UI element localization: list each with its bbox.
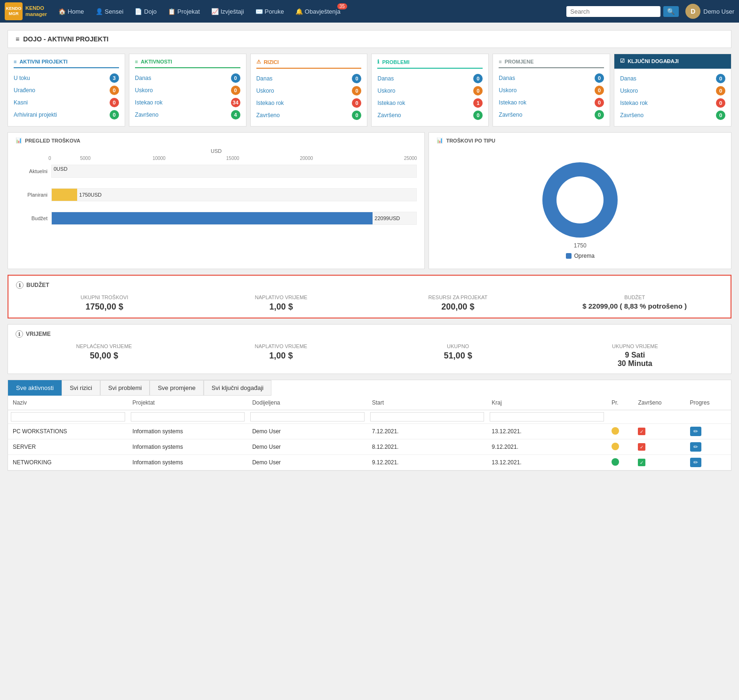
card-kljucni-header: ☑ KLJUČNI DOGAĐAJI — [614, 54, 731, 69]
metric-ukupno-vrijeme: UKUPNO VRIJEME 9 Sati30 Minuta — [547, 343, 723, 368]
ri-row-danas[interactable]: Danas 0 — [256, 72, 362, 85]
pr-row-zavrseno[interactable]: Završeno 0 — [377, 109, 483, 121]
izvjestaji-icon: 📈 — [211, 8, 219, 15]
brand[interactable]: KENDOMGR KENDOmanager — [5, 2, 47, 20]
kd-row-danas[interactable]: Danas 0 — [620, 72, 725, 85]
tab-svi-problemi[interactable]: Svi problemi — [100, 380, 150, 396]
row2-zavrseno-check: ✓ — [638, 443, 645, 451]
ri-row-istekao[interactable]: Istekao rok 0 — [256, 97, 362, 109]
ap-uradjeno-badge: 0 — [110, 86, 119, 95]
pm-row-danas[interactable]: Danas 0 — [499, 72, 604, 84]
pm-uskoro-link[interactable]: Uskoro — [499, 87, 517, 94]
metric-naplativo-vrijeme-b: NAPLATIVO VRIJEME 1,00 $ — [193, 294, 370, 312]
ap-uradjeno-link[interactable]: Urađeno — [14, 87, 35, 94]
ri-row-zavrseno[interactable]: Završeno 0 — [256, 109, 362, 121]
row3-edit-button[interactable]: ✏ — [690, 458, 701, 467]
ri-istekao-link[interactable]: Istekao rok — [256, 100, 284, 106]
nav-dojo[interactable]: 📄 Dojo — [130, 5, 161, 18]
filter-projekat[interactable] — [131, 412, 245, 422]
filter-start[interactable] — [370, 412, 485, 422]
pm-zavrseno-link[interactable]: Završeno — [499, 111, 522, 118]
pr-row-istekao[interactable]: Istekao rok 1 — [377, 97, 483, 109]
ak-row-uskoro[interactable]: Uskoro 0 — [135, 84, 240, 96]
row3-zavrseno-check: ✓ — [638, 459, 645, 466]
nav-izvjestaji[interactable]: 📈 Izvještaji — [207, 5, 249, 18]
nav-obavjestenja[interactable]: 🔔 Obavještenja 35 — [291, 5, 345, 18]
ap-kasni-link[interactable]: Kasni — [14, 99, 28, 106]
search-input[interactable] — [566, 6, 660, 17]
ap-arhivirani-link[interactable]: Arhivirani projekti — [14, 111, 57, 118]
pr-zavrseno-link[interactable]: Završeno — [377, 112, 401, 119]
nav-poruke[interactable]: ✉️ Poruke — [251, 5, 289, 18]
home-icon: 🏠 — [58, 8, 66, 15]
pm-danas-link[interactable]: Danas — [499, 75, 515, 81]
brand-name: KENDOmanager — [25, 5, 47, 17]
legend-dot-oprema — [566, 253, 572, 259]
kljucni-icon: ☑ — [620, 58, 625, 64]
ri-zavrseno-link[interactable]: Završeno — [256, 112, 280, 119]
tab-svi-rizici[interactable]: Svi rizici — [62, 380, 100, 396]
row2-naziv: SERVER — [8, 439, 128, 455]
ak-danas-link[interactable]: Danas — [135, 75, 151, 81]
metric-ukupni-troskovi: UKUPNI TROŠKOVI 1750,00 $ — [16, 294, 193, 312]
kd-row-istekao[interactable]: Istekao rok 0 — [620, 97, 725, 109]
pr-row-uskoro[interactable]: Uskoro 0 — [377, 85, 483, 97]
kd-row-zavrseno[interactable]: Završeno 0 — [620, 109, 725, 121]
nav-sensei[interactable]: 👤 Sensei — [91, 5, 128, 18]
donut-svg — [533, 153, 627, 247]
kd-danas-link[interactable]: Danas — [620, 75, 636, 82]
ri-uskoro-link[interactable]: Uskoro — [256, 88, 274, 94]
kd-uskoro-link[interactable]: Uskoro — [620, 88, 638, 94]
pregled-troskova-card: 📊 PREGLED TROŠKOVA USD 0 5000 10000 1500… — [8, 132, 425, 269]
pm-row-uskoro[interactable]: Uskoro 0 — [499, 84, 604, 96]
projekat-icon: 📋 — [168, 8, 175, 15]
metric-naplativo-v: NAPLATIVO VRIJEME 1,00 $ — [192, 343, 369, 368]
pr-istekao-link[interactable]: Istekao rok — [377, 100, 405, 106]
svg-point-1 — [556, 176, 604, 223]
pr-uskoro-link[interactable]: Uskoro — [377, 88, 395, 94]
ap-row-arhivirani[interactable]: Arhivirani projekti 0 — [14, 109, 119, 121]
filter-dodijeljena[interactable] — [250, 412, 365, 422]
promjene-icon: ≡ — [499, 59, 501, 64]
col-start: Start — [367, 396, 487, 410]
ak-istekao-link[interactable]: Istekao rok — [135, 99, 163, 106]
card-problemi-header: ℹ PROBLEMI — [377, 59, 483, 69]
row3-naziv: NETWORKING — [8, 455, 128, 470]
filter-naziv[interactable] — [11, 412, 125, 422]
row1-edit-button[interactable]: ✏ — [690, 427, 701, 436]
ri-danas-link[interactable]: Danas — [256, 75, 273, 82]
ak-uskoro-link[interactable]: Uskoro — [135, 87, 153, 94]
pm-istekao-link[interactable]: Istekao rok — [499, 99, 526, 106]
filter-kraj[interactable] — [490, 412, 604, 422]
ak-zavrseno-link[interactable]: Završeno — [135, 111, 159, 118]
kd-zavrseno-link[interactable]: Završeno — [620, 112, 644, 119]
ap-utoku-link[interactable]: U toku — [14, 75, 30, 81]
activities-table: Naziv Projektat Dodijeljena Start Kraj P… — [8, 396, 731, 470]
row2-edit-button[interactable]: ✏ — [690, 442, 701, 452]
donut-chart-icon: 📊 — [437, 137, 443, 143]
search-button[interactable]: 🔍 — [663, 6, 679, 17]
pm-row-istekao[interactable]: Istekao rok 0 — [499, 96, 604, 109]
pr-istekao-badge: 1 — [473, 98, 483, 108]
tab-sve-promjene[interactable]: Sve promjene — [150, 380, 203, 396]
row2-projekat: Information systems — [128, 439, 248, 455]
pr-danas-link[interactable]: Danas — [377, 75, 394, 82]
ak-row-zavrseno[interactable]: Završeno 4 — [135, 109, 240, 121]
tab-sve-aktivnosti[interactable]: Sve aktivnosti — [8, 380, 62, 396]
ap-row-kasni[interactable]: Kasni 0 — [14, 96, 119, 109]
ak-row-istekao[interactable]: Istekao rok 34 — [135, 96, 240, 109]
ap-utoku-badge: 3 — [110, 73, 119, 83]
ri-row-uskoro[interactable]: Uskoro 0 — [256, 85, 362, 97]
user-menu[interactable]: D Demo User — [685, 4, 734, 19]
card-problemi: ℹ PROBLEMI Danas 0 Uskoro 0 Istekao rok … — [371, 54, 489, 127]
pm-row-zavrseno[interactable]: Završeno 0 — [499, 109, 604, 121]
pr-row-danas[interactable]: Danas 0 — [377, 72, 483, 85]
nav-projekat[interactable]: 📋 Projekat — [163, 5, 205, 18]
ap-row-utoku[interactable]: U toku 3 — [14, 72, 119, 84]
ap-row-uradjeno[interactable]: Urađeno 0 — [14, 84, 119, 96]
kd-row-uskoro[interactable]: Uskoro 0 — [620, 85, 725, 97]
kd-istekao-link[interactable]: Istekao rok — [620, 100, 648, 106]
nav-home[interactable]: 🏠 Home — [54, 5, 89, 18]
ak-row-danas[interactable]: Danas 0 — [135, 72, 240, 84]
tab-svi-kljucni[interactable]: Svi ključni događaji — [204, 380, 272, 396]
